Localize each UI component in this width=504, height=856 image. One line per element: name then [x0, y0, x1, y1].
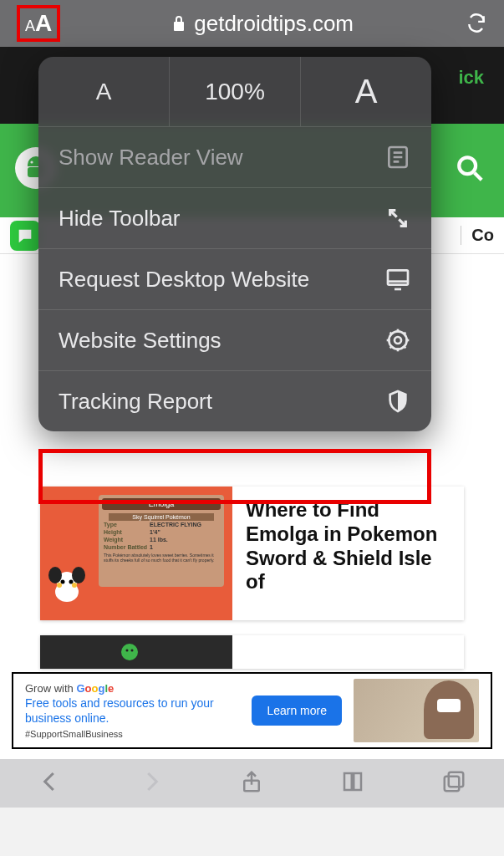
url-bar: A A getdroidtips.com: [0, 0, 504, 47]
monitor-icon: [384, 266, 411, 293]
card-thumbnail: Emolga Sky Squirrel Pokémon TypeELECTRIC…: [40, 487, 232, 620]
svg-rect-17: [448, 772, 463, 787]
shield-icon: [384, 388, 411, 415]
menu-label: Show Reader View: [59, 145, 243, 171]
svg-line-34: [390, 333, 393, 335]
address-field[interactable]: getdroidtips.com: [74, 11, 452, 37]
menu-tracking-report[interactable]: Tracking Report: [38, 371, 431, 431]
aa-menu: A 100% A Show Reader View Hide Toolbar R…: [38, 57, 431, 431]
big-a-icon: A: [35, 10, 52, 37]
forward-button[interactable]: [139, 769, 164, 797]
share-button[interactable]: [239, 769, 264, 797]
ad-banner[interactable]: Grow with Google Free tools and resource…: [12, 672, 492, 749]
menu-label: Website Settings: [59, 328, 221, 354]
reload-icon[interactable]: [466, 13, 487, 34]
poke-desc: This Pokémon absolutely loves sweet berr…: [99, 551, 224, 564]
card2-thumbnail: [40, 635, 232, 669]
gear-icon: [384, 327, 411, 354]
menu-label: Tracking Report: [59, 389, 212, 415]
svg-rect-25: [388, 270, 408, 284]
url-text: getdroidtips.com: [194, 11, 354, 37]
svg-point-8: [72, 567, 85, 583]
browser-toolbar: [0, 759, 504, 808]
svg-point-15: [131, 650, 134, 652]
poke-name: Emolga: [102, 498, 221, 510]
search-icon[interactable]: [456, 154, 484, 182]
emolga-sprite: [47, 567, 87, 607]
zoom-controls: A 100% A: [38, 57, 431, 127]
svg-line-4: [475, 173, 482, 181]
ad-hashtag: #SupportSmallBusiness: [25, 729, 240, 739]
ad-headline: Free tools and resources to run your bus…: [25, 696, 240, 726]
card-title: Where to Find Emolga in Pokemon Sword & …: [246, 498, 451, 594]
lock-icon: [172, 15, 186, 32]
svg-point-10: [69, 580, 74, 584]
row-text-fragment: Co: [461, 226, 494, 245]
svg-line-37: [404, 333, 406, 335]
back-button[interactable]: [38, 769, 63, 797]
menu-label: Request Desktop Website: [59, 267, 309, 293]
zoom-in-button[interactable]: A: [301, 57, 431, 126]
svg-point-0: [30, 160, 33, 163]
svg-point-9: [61, 580, 65, 584]
svg-point-13: [121, 644, 138, 660]
zoom-value: 100%: [170, 57, 301, 126]
svg-line-35: [404, 346, 406, 349]
svg-point-3: [459, 157, 476, 174]
article-card-2[interactable]: [40, 635, 464, 669]
menu-show-reader[interactable]: Show Reader View: [38, 127, 431, 188]
ad-image: [354, 679, 479, 742]
svg-point-11: [57, 583, 62, 588]
header-text-fragment: ick: [458, 67, 484, 89]
text-size-button[interactable]: A A: [17, 5, 60, 42]
svg-point-12: [72, 583, 77, 588]
svg-point-7: [48, 567, 62, 583]
poke-species: Sky Squirrel Pokémon: [109, 513, 214, 521]
menu-hide-toolbar[interactable]: Hide Toolbar: [38, 188, 431, 249]
menu-website-settings[interactable]: Website Settings: [38, 310, 431, 371]
menu-label: Hide Toolbar: [59, 206, 181, 232]
menu-request-desktop[interactable]: Request Desktop Website: [38, 249, 431, 310]
card2-title: [232, 635, 464, 669]
small-a-icon: A: [25, 18, 35, 35]
svg-rect-18: [444, 777, 459, 792]
zoom-out-button[interactable]: A: [38, 57, 170, 126]
bookmarks-button[interactable]: [340, 769, 365, 797]
expand-icon: [384, 205, 411, 232]
ad-grow-line: Grow with Google: [25, 682, 240, 695]
svg-point-14: [126, 650, 129, 652]
message-icon[interactable]: [10, 221, 40, 251]
article-card[interactable]: Emolga Sky Squirrel Pokémon TypeELECTRIC…: [40, 487, 464, 620]
reader-icon: [384, 144, 411, 171]
tabs-button[interactable]: [441, 769, 466, 797]
svg-line-36: [390, 346, 393, 349]
ad-cta-button[interactable]: Learn more: [252, 696, 342, 726]
svg-point-29: [395, 337, 401, 344]
